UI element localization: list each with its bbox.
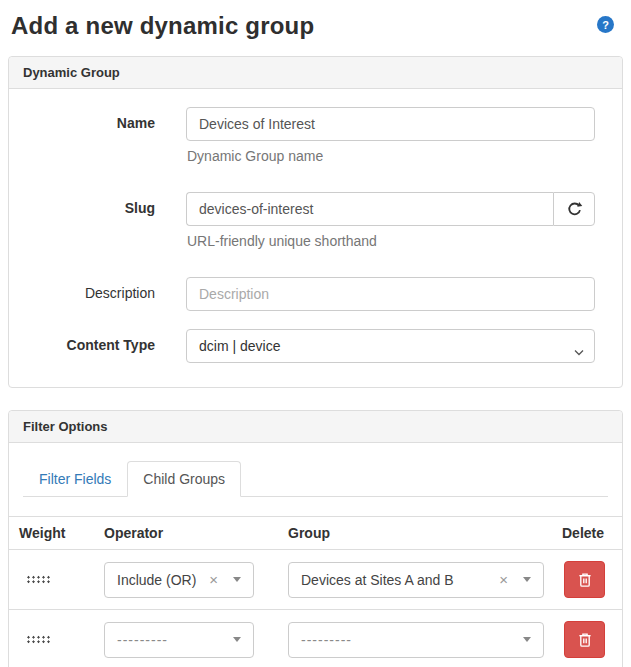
name-input[interactable] bbox=[186, 107, 595, 141]
dynamic-group-panel: Dynamic Group Name Dynamic Group name Sl… bbox=[8, 56, 623, 388]
table-row: --------- --------- bbox=[9, 610, 622, 667]
refresh-icon bbox=[566, 201, 583, 218]
child-groups-table: Weight Operator Group Delete Include (OR… bbox=[9, 516, 622, 667]
regenerate-slug-button[interactable] bbox=[553, 192, 595, 226]
filter-options-panel: Filter Options Filter Fields Child Group… bbox=[8, 410, 623, 667]
dropdown-caret-icon bbox=[523, 637, 531, 642]
col-header-operator: Operator bbox=[94, 517, 278, 550]
table-header-row: Weight Operator Group Delete bbox=[9, 517, 622, 550]
operator-selected-value: --------- bbox=[117, 632, 233, 648]
slug-label: Slug bbox=[23, 192, 186, 259]
group-select[interactable]: --------- bbox=[288, 622, 544, 658]
trash-icon bbox=[576, 631, 594, 649]
group-selected-value: --------- bbox=[301, 632, 523, 648]
filter-tabs: Filter Fields Child Groups bbox=[9, 443, 622, 497]
dynamic-group-panel-body: Name Dynamic Group name Slug bbox=[9, 89, 622, 387]
operator-selected-value: Include (OR) bbox=[117, 572, 201, 588]
group-selected-value: Devices at Sites A and B bbox=[301, 572, 491, 588]
col-header-weight: Weight bbox=[9, 517, 94, 550]
clear-icon[interactable]: × bbox=[499, 572, 508, 587]
clear-icon[interactable]: × bbox=[209, 572, 218, 587]
content-type-form-group: Content Type dcim | device bbox=[23, 329, 608, 363]
slug-form-group: Slug URL-friendly bbox=[23, 192, 608, 259]
filter-options-panel-title: Filter Options bbox=[9, 411, 622, 443]
tab-filter-fields[interactable]: Filter Fields bbox=[23, 461, 127, 497]
content-type-label: Content Type bbox=[23, 329, 186, 363]
slug-help-text: URL-friendly unique shorthand bbox=[187, 233, 595, 249]
col-header-group: Group bbox=[278, 517, 552, 550]
tab-child-groups[interactable]: Child Groups bbox=[127, 461, 241, 497]
help-icon[interactable]: ? bbox=[597, 16, 614, 33]
delete-button[interactable] bbox=[564, 621, 605, 658]
slug-input[interactable] bbox=[186, 192, 553, 226]
table-row: Include (OR) × Devices at Sites A and B … bbox=[9, 550, 622, 610]
group-select[interactable]: Devices at Sites A and B × bbox=[288, 562, 544, 598]
page-title: Add a new dynamic group bbox=[11, 12, 620, 40]
col-header-delete: Delete bbox=[552, 517, 622, 550]
description-label: Description bbox=[23, 277, 186, 311]
chevron-down-icon bbox=[574, 343, 584, 359]
dynamic-group-panel-title: Dynamic Group bbox=[9, 57, 622, 89]
drag-handle-icon[interactable] bbox=[26, 575, 51, 584]
delete-button[interactable] bbox=[564, 561, 605, 598]
drag-handle-icon[interactable] bbox=[26, 635, 51, 644]
page-header: Add a new dynamic group ? bbox=[11, 12, 620, 40]
operator-select[interactable]: --------- bbox=[104, 622, 254, 658]
description-input[interactable] bbox=[186, 277, 595, 311]
content-type-selected-value: dcim | device bbox=[199, 338, 280, 354]
operator-select[interactable]: Include (OR) × bbox=[104, 562, 254, 598]
name-form-group: Name Dynamic Group name bbox=[23, 107, 608, 174]
dropdown-caret-icon bbox=[233, 577, 241, 582]
dropdown-caret-icon bbox=[523, 577, 531, 582]
dropdown-caret-icon bbox=[233, 637, 241, 642]
content-type-select[interactable]: dcim | device bbox=[186, 329, 595, 363]
page: Add a new dynamic group ? Dynamic Group … bbox=[0, 0, 631, 667]
trash-icon bbox=[576, 571, 594, 589]
description-form-group: Description bbox=[23, 277, 608, 311]
name-help-text: Dynamic Group name bbox=[187, 148, 595, 164]
name-label: Name bbox=[23, 107, 186, 174]
